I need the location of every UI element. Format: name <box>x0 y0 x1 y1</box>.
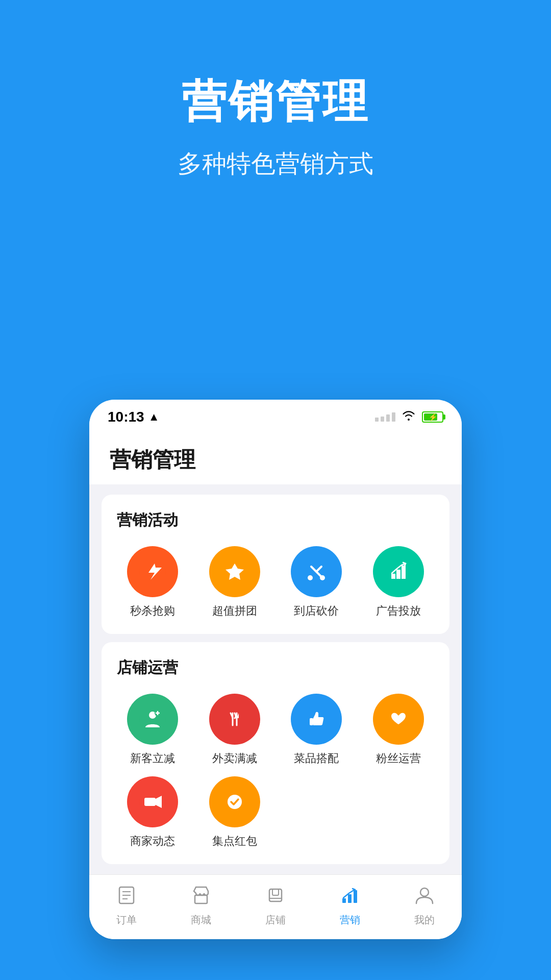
points-item[interactable]: 集点红包 <box>199 776 271 849</box>
mine-label: 我的 <box>414 913 435 927</box>
marketing-activities-title: 营销活动 <box>117 510 434 531</box>
svg-rect-30 <box>272 889 279 895</box>
store-operations-grid: 新客立减 外卖满减 <box>117 694 434 849</box>
merchant-item[interactable]: 商家动态 <box>117 776 189 849</box>
svg-rect-21 <box>144 798 156 806</box>
flash-sale-label: 秒杀抢购 <box>130 603 175 619</box>
delivery-item[interactable]: 外卖满减 <box>199 694 271 766</box>
delivery-icon <box>209 694 260 745</box>
group-buy-label: 超值拼团 <box>212 603 257 619</box>
ads-label: 广告投放 <box>376 603 421 619</box>
bottom-nav: 订单 商城 店铺 <box>89 874 462 939</box>
nav-store[interactable]: 店铺 <box>265 885 286 927</box>
status-icons: ⚡ <box>375 410 443 424</box>
marketing-label: 营销 <box>340 913 360 927</box>
svg-rect-33 <box>348 894 352 903</box>
store-operations-title: 店铺运营 <box>117 657 434 678</box>
svg-rect-7 <box>396 570 400 579</box>
nav-mall[interactable]: 商城 <box>191 885 211 927</box>
store-label: 店铺 <box>265 913 286 927</box>
hero-title: 营销管理 <box>0 71 551 132</box>
delivery-label: 外卖满减 <box>212 751 257 766</box>
svg-point-4 <box>320 575 325 580</box>
orders-label: 订单 <box>116 913 137 927</box>
svg-point-35 <box>420 888 429 896</box>
group-buy-item[interactable]: 超值拼团 <box>199 546 271 619</box>
hero-section: 营销管理 多种特色营销方式 <box>0 0 551 180</box>
new-discount-icon <box>127 694 178 745</box>
status-time: 10:13 ▲ <box>108 409 159 425</box>
merchant-label: 商家动态 <box>130 834 175 849</box>
marketing-activities-card: 营销活动 秒杀抢购 <box>102 495 449 634</box>
phone-mockup: 10:13 ▲ ⚡ <box>89 400 462 939</box>
flash-sale-icon <box>127 546 178 597</box>
svg-rect-18 <box>310 718 313 725</box>
mine-icon <box>414 885 435 910</box>
svg-rect-8 <box>402 566 406 579</box>
hero-subtitle: 多种特色营销方式 <box>0 148 551 180</box>
marketing-icon <box>340 885 360 910</box>
content-area: 营销活动 秒杀抢购 <box>89 484 462 874</box>
store-operations-card: 店铺运营 新客立减 <box>102 642 449 864</box>
app-header-title: 营销管理 <box>110 446 441 474</box>
fans-item[interactable]: 粉丝运营 <box>363 694 435 766</box>
status-bar: 10:13 ▲ ⚡ <box>89 400 462 430</box>
svg-rect-32 <box>342 898 346 903</box>
merchant-icon <box>127 776 178 827</box>
svg-point-23 <box>228 795 242 809</box>
ads-icon <box>373 546 424 597</box>
new-discount-label: 新客立减 <box>130 751 175 766</box>
ads-item[interactable]: 广告投放 <box>363 546 435 619</box>
combo-icon <box>291 694 342 745</box>
group-buy-icon <box>209 546 260 597</box>
fans-icon <box>373 694 424 745</box>
battery-icon: ⚡ <box>422 411 443 423</box>
nav-orders[interactable]: 订单 <box>116 885 137 927</box>
nav-mine[interactable]: 我的 <box>414 885 435 927</box>
combo-item[interactable]: 菜品搭配 <box>281 694 353 766</box>
store-icon <box>265 885 286 910</box>
new-discount-item[interactable]: 新客立减 <box>117 694 189 766</box>
wifi-icon <box>402 410 416 424</box>
svg-rect-6 <box>391 574 395 579</box>
fans-label: 粉丝运营 <box>376 751 421 766</box>
in-store-icon <box>291 546 342 597</box>
points-icon <box>209 776 260 827</box>
in-store-label: 到店砍价 <box>294 603 339 619</box>
svg-point-9 <box>139 706 166 732</box>
nav-marketing[interactable]: 营销 <box>340 885 360 927</box>
flash-sale-item[interactable]: 秒杀抢购 <box>117 546 189 619</box>
orders-icon <box>116 885 137 910</box>
in-store-item[interactable]: 到店砍价 <box>281 546 353 619</box>
mall-icon <box>191 885 211 910</box>
marketing-activities-grid: 秒杀抢购 超值拼团 <box>117 546 434 619</box>
location-icon: ▲ <box>148 410 160 424</box>
app-header: 营销管理 <box>89 430 462 484</box>
signal-icon <box>375 412 395 422</box>
mall-label: 商城 <box>191 913 211 927</box>
svg-rect-28 <box>195 895 207 903</box>
svg-point-14 <box>221 706 248 732</box>
combo-label: 菜品搭配 <box>294 751 339 766</box>
points-label: 集点红包 <box>212 834 257 849</box>
svg-point-3 <box>308 575 313 580</box>
